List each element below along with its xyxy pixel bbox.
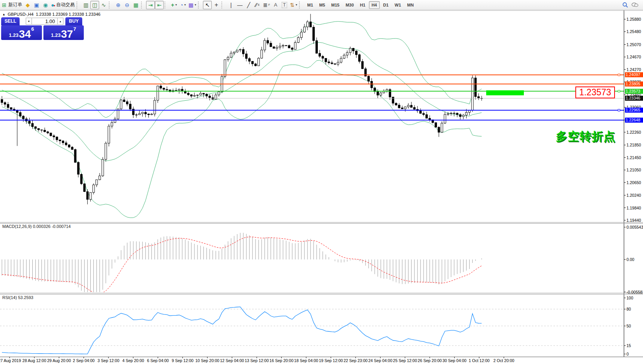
price-tag: 1.23805 [625,81,643,86]
rsi-indicator-label: RSI(14) 53.2593 [2,295,33,300]
price-axis-tick-label: 1.25070 [626,42,643,47]
buy-price-pip: 7 [73,26,76,32]
price-tag: 1.23573 [625,89,643,94]
price-axis-tick-label: 0 [626,352,643,356]
price-tag: 1.22648 [625,118,643,123]
volume-increase-button[interactable]: ▲ [57,18,63,25]
price-axis-tick-label: 15 [626,343,643,348]
time-axis-label: 2 Oct 20:00 [488,358,520,363]
price-tag: 1.22965 [625,108,643,113]
chart-window[interactable]: ▲ GBPUSD-,H4 1.23338 1.23369 1.23338 1.2… [0,10,643,364]
buy-tab[interactable]: BUY [65,17,82,25]
symbol-period-label: GBPUSD-,H4 [8,12,33,17]
price-axis-tick-label: 1.19840 [626,206,643,210]
turning-point-annotation: 多空转折点 [556,129,615,145]
price-axis-tick-label: 1.21450 [626,155,643,160]
price-axis-tick-label: 1.22260 [626,130,643,135]
price-axis-tick-label: 1.19440 [626,218,643,223]
price-axis-tick-label: 50 [626,324,643,328]
price-tag: 1.24097 [625,72,643,77]
price-callout-box: 1.23573 [575,86,615,98]
volume-input[interactable] [32,18,57,25]
price-axis-tick-label: 1.20650 [626,180,643,185]
price-axis-tick-label: -0.005583 [626,290,643,294]
mt4-terminal: ⊞ 新订单 ◆ ▣ ◉ ●● 自动交易 ▥ ◫ ∿ ⊕ ⊖ ▦ ⇥ ⇤ + ▾ [0,0,643,364]
sell-tab[interactable]: SELL [1,17,20,25]
price-axis-tick-label: 1.25880 [626,17,643,22]
price-axis-tick-label: 1.25480 [626,29,643,34]
price-axis-tick-label: 0.00 [626,257,643,262]
ohlc-values: 1.23338 1.23369 1.23338 1.23346 [36,12,100,17]
price-tag: 1.23346 [625,96,643,101]
price-axis-tick-label: 1.20240 [626,193,643,198]
price-axis-tick-label: 1.24270 [626,67,643,72]
buy-price-big: 37 [61,29,73,39]
price-axis-tick-label: 1.21850 [626,143,643,147]
buy-price-button[interactable]: 1.23 37 7 [43,25,84,40]
volume-decrease-button[interactable]: ▼ [26,18,32,25]
sell-price-button[interactable]: 1.23 34 6 [1,25,42,40]
price-axis-tick-label: 80 [626,307,643,311]
sell-price-big: 34 [19,29,31,39]
price-axis-tick-label: 1.24670 [626,55,643,59]
chart-canvas[interactable] [0,0,643,364]
sell-price-prefix: 1.23 [9,32,18,38]
price-axis-tick-label: 0.005543 [626,225,643,229]
collapse-one-click-icon[interactable]: ▲ [2,13,5,16]
buy-price-prefix: 1.23 [51,32,60,38]
one-click-trading-panel: SELL ▼ ▲ BUY 1.23 34 6 1.23 37 7 [1,17,84,40]
price-axis-tick-label: 1.21050 [626,168,643,172]
chart-symbol-header: ▲ GBPUSD-,H4 1.23338 1.23369 1.23338 1.2… [2,12,100,17]
price-axis-tick-label: 100 [626,296,643,300]
sell-price-pip: 6 [31,26,34,32]
macd-indicator-label: MACD(12,26,9) 0.000326 -0.000714 [2,224,71,229]
